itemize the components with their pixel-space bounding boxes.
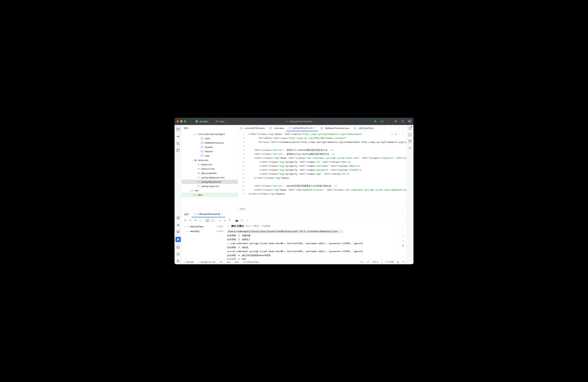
tree-item[interactable]: </>spring-lifecycle.xml xyxy=(182,180,238,184)
ai-assistant-icon[interactable] xyxy=(408,133,412,136)
problems-tool-icon[interactable] xyxy=(176,252,180,256)
collapse-icon[interactable]: ⇱ xyxy=(228,219,231,222)
minimize-window[interactable] xyxy=(180,120,183,122)
editor-breadcrumb[interactable]: beans xyxy=(238,207,406,211)
scroll-up-icon[interactable]: ↑ xyxy=(402,225,404,228)
show-passed-icon[interactable]: ✓ xyxy=(206,219,209,222)
tree-item[interactable]: </>beans.xml xyxy=(182,162,238,167)
run-config-selector[interactable]: </> LifeCycleTest.testLife ⌄ xyxy=(227,120,374,123)
more-tools-icon[interactable]: ⋯ xyxy=(176,155,180,159)
vcs-tool-icon[interactable] xyxy=(176,259,180,263)
project-tool-icon[interactable] xyxy=(176,126,181,132)
pull-request-icon[interactable] xyxy=(176,142,180,145)
toggle-auto-icon[interactable]: ⥀ xyxy=(194,219,197,222)
database-icon[interactable] xyxy=(408,139,412,143)
code-with-me-icon[interactable] xyxy=(394,120,398,123)
tree-item[interactable]: CTeacher xyxy=(182,149,238,153)
tree-item[interactable]: CClazz xyxy=(182,136,238,141)
rerun-failed-icon[interactable]: ⟲ xyxy=(189,219,192,222)
svg-point-3 xyxy=(409,121,410,122)
notifications-icon[interactable] xyxy=(408,126,412,130)
more-actions-icon[interactable]: ⋮ xyxy=(387,120,391,123)
run-tool-icon[interactable] xyxy=(175,237,181,242)
info-icon[interactable]: ⓘ xyxy=(402,260,404,264)
print-icon[interactable]: 🖶 xyxy=(402,244,404,247)
warning-badge: ⚠1 xyxy=(391,133,393,135)
maven-icon[interactable]: m xyxy=(408,146,412,150)
expand-icon[interactable]: ⇲ xyxy=(223,219,226,222)
editor-tab[interactable]: CMyBeanProcessor.java xyxy=(318,125,352,131)
project-tree[interactable]: ⌄▭com.codermast.spring6.ioCClazzCMyBeanP… xyxy=(182,132,238,211)
tree-item[interactable]: ⚙jdbc.properties xyxy=(182,171,238,175)
lock-icon[interactable]: 🔒 xyxy=(397,261,399,263)
caret-position[interactable]: 5:1 xyxy=(361,261,364,263)
editor-tab[interactable]: CUser.java xyxy=(267,125,286,131)
commit-tool-icon[interactable] xyxy=(176,135,180,138)
tree-item[interactable]: ⌄▭com.codermast.spring6.io xyxy=(182,132,238,136)
tree-item[interactable]: CMyBeanProcessor xyxy=(182,141,238,145)
sort-icon[interactable]: ↓≡ xyxy=(218,219,221,222)
inspection-badges[interactable]: ⚠1 ✓2 ︿ ﹀ xyxy=(390,133,405,136)
editor-tab[interactable]: CLifeCycleTest.j xyxy=(352,125,376,131)
readonly-icon[interactable]: ⦸ xyxy=(381,261,382,263)
close-icon[interactable]: × xyxy=(315,127,316,129)
chevron-right-icon[interactable]: › xyxy=(403,255,403,258)
chevron-down-icon: ⌄ xyxy=(313,120,315,123)
test-row[interactable]: ⌄✓LifeCycleTest154毫秒 xyxy=(182,224,225,229)
build-tool-icon[interactable] xyxy=(176,223,180,227)
show-ignored-icon[interactable]: ⊘ xyxy=(211,219,214,222)
vcs-branch[interactable]: main ↗ xyxy=(215,120,227,123)
rerun-icon[interactable]: ↻ xyxy=(184,219,187,222)
tree-item[interactable]: CUser xyxy=(182,153,238,158)
test-row[interactable]: ✓testLife()154毫秒 xyxy=(182,229,225,233)
terminal-tool-icon[interactable] xyxy=(176,246,180,249)
editor-tab[interactable]: ConstructDITest.java xyxy=(238,125,267,131)
project-name[interactable]: Spring6 xyxy=(200,120,208,123)
line-separator[interactable]: LF xyxy=(367,261,369,263)
console-output[interactable]: /Users/codermast/Library/Java/JavaVirtua… xyxy=(225,229,400,260)
zoom-window[interactable] xyxy=(184,120,186,122)
search-icon[interactable] xyxy=(401,120,404,123)
svg-rect-12 xyxy=(177,246,179,248)
chevron-down-icon[interactable]: ﹀ xyxy=(402,133,404,136)
services-tool-icon[interactable] xyxy=(176,230,180,233)
project-panel-header[interactable]: 项目 ⌄ xyxy=(182,125,238,132)
stop-icon[interactable]: ■ xyxy=(199,219,202,222)
titlebar: S Spring6 ⌄ main ↗ </> LifeCycleTest.tes… xyxy=(174,118,414,125)
screenshot-icon[interactable]: 📷 xyxy=(235,219,238,222)
more-icon[interactable]: ⋮ xyxy=(397,213,399,216)
editor-tab[interactable]: </>spring-lifecycle.xml× xyxy=(286,125,318,131)
soft-wrap-icon[interactable]: ⤶ xyxy=(402,235,404,237)
titlebar-actions: ⋮ xyxy=(374,120,411,123)
nav-breadcrumb[interactable]: ▭ Spring6›▭ spring6-ioc-xml›src›test›jav… xyxy=(184,261,259,263)
run-button[interactable] xyxy=(374,120,377,123)
tree-item[interactable]: ⌄▣resources xyxy=(182,158,238,162)
more-icon[interactable]: ⋮ xyxy=(245,219,249,222)
tree-item[interactable]: </>beans-di.xml xyxy=(182,167,238,171)
file-encoding[interactable]: UTF-8 xyxy=(372,261,378,263)
more-icon[interactable]: ⋮ xyxy=(398,127,400,130)
scroll-down-icon[interactable]: ↓ xyxy=(402,230,404,232)
tree-item[interactable]: ⌄📁test xyxy=(182,188,238,193)
code-content[interactable]: <"attr">class="tag">beans "attr">xmlns="… xyxy=(247,132,406,207)
tree-item[interactable]: </>spring-scope.xml xyxy=(182,184,238,188)
tree-item[interactable]: ⌄📁java xyxy=(182,193,238,197)
code-editor[interactable]: 234567891011121314151617 <"attr">class="… xyxy=(238,132,406,207)
settings-icon[interactable] xyxy=(408,120,411,123)
database-tool-icon[interactable] xyxy=(176,216,180,220)
minimize-icon[interactable]: — xyxy=(401,213,404,216)
tree-item[interactable]: CStudent xyxy=(182,145,238,149)
close-window[interactable] xyxy=(177,120,179,122)
indent-setting[interactable]: 4 个空格 xyxy=(385,260,394,264)
expand-icon[interactable]: ⤢ xyxy=(402,127,404,130)
test-tree[interactable]: ⌄✓LifeCycleTest154毫秒✓testLife()154毫秒 xyxy=(182,223,225,260)
chevron-up-icon[interactable]: ︿ xyxy=(398,133,400,136)
console: ✓ 测试 已通过: 1共 1 个测试 – 154毫秒 /Users/coderm… xyxy=(225,223,400,260)
scroll-to-end-icon[interactable]: ⇥ xyxy=(402,239,404,242)
debug-button[interactable] xyxy=(380,120,384,123)
close-icon[interactable]: × xyxy=(222,213,223,215)
tree-item[interactable]: </>spring-datasource.xml xyxy=(182,175,238,180)
history-icon[interactable]: 🕘 xyxy=(240,219,244,222)
run-config-tab[interactable]: </> LifeCycleTest.testLife × xyxy=(191,211,225,217)
structure-tool-icon[interactable] xyxy=(176,149,180,152)
